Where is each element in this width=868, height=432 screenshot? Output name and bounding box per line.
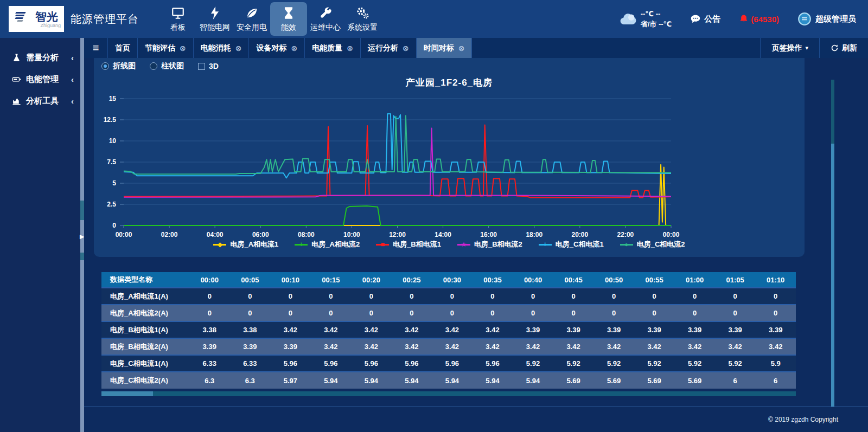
row-value-cell: 3.39 <box>230 338 271 355</box>
copyright-text: © 2019 zgzdh Copyright <box>768 416 838 423</box>
vertical-scrollbar-thumb[interactable] <box>831 144 834 407</box>
row-value-cell: 3.39 <box>674 321 715 338</box>
table-header-cell: 00:45 <box>553 272 594 288</box>
tab-3[interactable]: 设备对标⊗ <box>249 38 305 58</box>
nav-item-3[interactable]: 能效 <box>270 2 307 36</box>
chevron-down-icon: ▾ <box>805 44 808 51</box>
close-icon[interactable]: ⊗ <box>403 44 409 53</box>
close-icon[interactable]: ⊗ <box>235 44 242 53</box>
sidebar-item-2[interactable]: 分析工具‹ <box>0 90 80 112</box>
table-header-cell: 00:30 <box>432 272 473 288</box>
horizontal-scrollbar-thumb[interactable] <box>101 391 153 396</box>
row-name-cell: 电房_C相电流1(A) <box>101 355 189 372</box>
legend-label: 电房_A相电流1 <box>230 240 278 249</box>
sidebar-item-0[interactable]: 需量分析‹ <box>0 47 80 68</box>
row-value-cell: 0 <box>755 305 796 321</box>
table-header-cell: 00:55 <box>634 272 675 288</box>
svg-text:06:00: 06:00 <box>252 231 269 238</box>
legend-item-1[interactable]: +电房_A相电流2 <box>295 240 360 249</box>
row-value-cell: 0 <box>189 288 230 305</box>
svg-text:16:00: 16:00 <box>480 231 497 238</box>
legend-item-2[interactable]: ■电房_B相电流1 <box>376 240 441 249</box>
company-logo: 智光 Zhiguang <box>9 6 64 32</box>
user-menu[interactable]: 超级管理员 <box>797 12 856 26</box>
tab-2[interactable]: 电能消耗⊗ <box>194 38 250 58</box>
table-header-cell: 00:40 <box>513 272 553 288</box>
legend-item-3[interactable]: ★电房_B相电流2 <box>457 240 522 249</box>
row-value-cell: 5.92 <box>553 355 594 372</box>
nav-item-0[interactable]: 看板 <box>159 2 196 36</box>
legend-marker-icon: + <box>295 244 308 246</box>
svg-text:02:00: 02:00 <box>161 231 178 238</box>
svg-text:15: 15 <box>109 95 117 102</box>
table-header-cell: 01:10 <box>755 272 796 288</box>
row-value-cell: 0 <box>513 305 553 321</box>
chart-legend: ◆电房_A相电流1+电房_A相电流2■电房_B相电流1★电房_B相电流2+电房_… <box>94 240 805 249</box>
row-value-cell: 5.69 <box>634 372 675 389</box>
table-header-cell: 00:05 <box>230 272 271 288</box>
table-header-cell: 00:25 <box>392 272 432 288</box>
svg-text:00:00: 00:00 <box>116 231 132 238</box>
close-icon[interactable]: ⊗ <box>180 44 186 53</box>
main-nav: 看板智能电网安全用电能效运维中心系统设置 <box>159 2 381 36</box>
row-value-cell: 3.39 <box>634 321 675 338</box>
svg-text:0: 0 <box>112 222 116 229</box>
weather-temp: --℃ -- <box>641 9 672 20</box>
legend-label: 电房_B相电流1 <box>393 240 441 249</box>
row-value-cell: 0 <box>392 305 432 321</box>
row-value-cell: 6 <box>715 372 756 389</box>
tab-4[interactable]: 电能质量⊗ <box>305 38 361 58</box>
row-value-cell: 6.33 <box>189 355 230 372</box>
row-value-cell: 3.42 <box>392 321 432 338</box>
close-icon[interactable]: ⊗ <box>291 44 297 53</box>
tab-label: 设备对标 <box>256 43 286 53</box>
notice-button[interactable]: 公告 <box>690 14 720 24</box>
row-value-cell: 0 <box>432 305 473 321</box>
radio-折线图[interactable]: 折线图 <box>101 61 136 71</box>
refresh-button[interactable]: 刷新 <box>819 38 868 58</box>
row-name-cell: 电房_C相电流2(A) <box>101 372 189 389</box>
tab-label: 首页 <box>115 43 130 53</box>
row-value-cell: 3.42 <box>311 321 352 338</box>
sidebar-resize-handle[interactable]: ▶ <box>80 38 84 432</box>
nav-item-4[interactable]: 运维中心 <box>307 2 344 36</box>
row-value-cell: 3.39 <box>553 321 594 338</box>
tab-0[interactable]: 首页 <box>108 38 138 58</box>
legend-item-0[interactable]: ◆电房_A相电流1 <box>213 240 278 249</box>
row-value-cell: 0 <box>553 305 594 321</box>
row-value-cell: 5.96 <box>311 355 352 372</box>
close-icon[interactable]: ⊗ <box>347 44 353 53</box>
nav-item-5[interactable]: 系统设置 <box>344 2 381 36</box>
tab-1[interactable]: 节能评估⊗ <box>138 38 194 58</box>
horizontal-scrollbar[interactable] <box>101 391 796 396</box>
nav-item-2[interactable]: 安全用电 <box>233 2 270 36</box>
tab-operations-dropdown[interactable]: 页签操作 ▾ <box>760 38 819 58</box>
svg-text:20:00: 20:00 <box>571 231 588 238</box>
radio-柱状图[interactable]: 柱状图 <box>150 61 184 71</box>
sidebar-item-label: 电能管理 <box>26 74 59 85</box>
legend-item-5[interactable]: ●电房_C相电流2 <box>620 240 685 249</box>
legend-item-4[interactable]: +电房_C相电流1 <box>539 240 604 249</box>
legend-label: 电房_B相电流2 <box>474 240 522 249</box>
tab-label: 运行分析 <box>368 43 398 53</box>
row-value-cell: 3.42 <box>311 338 352 355</box>
row-value-cell: 5.96 <box>270 355 311 372</box>
svg-text:7.5: 7.5 <box>107 158 116 166</box>
tab-5[interactable]: 运行分析⊗ <box>361 38 417 58</box>
close-icon[interactable]: ⊗ <box>458 44 465 53</box>
menu-toggle-icon[interactable]: ≡ <box>84 38 108 58</box>
alarm-button[interactable]: (64530) <box>739 14 779 24</box>
cloud-icon <box>619 12 637 26</box>
line-chart[interactable]: 02.557.51012.51500:0002:0004:0006:0008:0… <box>94 91 794 242</box>
nav-item-label: 运维中心 <box>310 23 341 33</box>
refresh-icon <box>831 44 839 52</box>
nav-item-1[interactable]: 智能电网 <box>196 2 233 36</box>
row-value-cell: 5.92 <box>513 355 553 372</box>
vertical-scrollbar[interactable] <box>831 80 834 407</box>
notice-label: 公告 <box>704 14 720 24</box>
logo-sub: Zhiguang <box>40 23 61 28</box>
row-name-cell: 电房_A相电流1(A) <box>101 288 189 305</box>
sidebar-item-1[interactable]: 电能管理‹ <box>0 68 80 90</box>
checkbox-3D[interactable]: 3D <box>198 62 219 70</box>
tab-6[interactable]: 时间对标⊗ <box>417 38 473 58</box>
